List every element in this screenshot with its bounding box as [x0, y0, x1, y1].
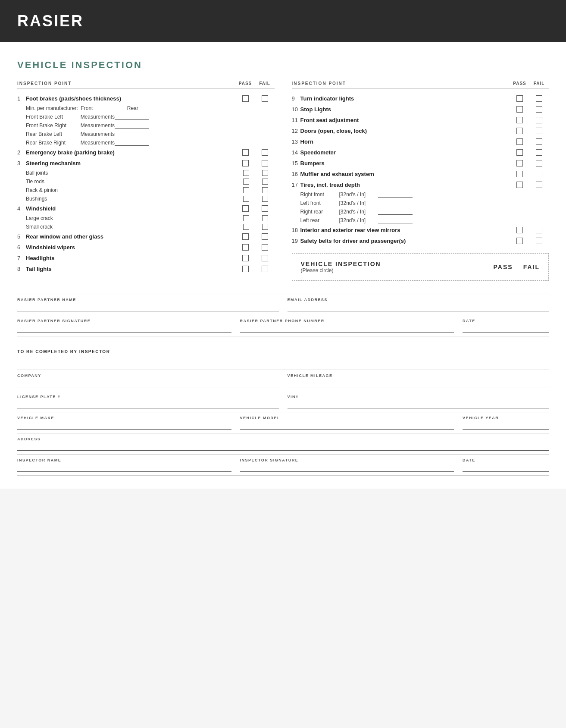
checkbox-14-fail[interactable]	[536, 149, 542, 156]
inspector-sig-line[interactable]	[240, 464, 454, 472]
checkbox-1-fail[interactable]	[262, 95, 268, 102]
email-field: EMAIL ADDRESS	[288, 298, 549, 311]
checkbox-7-pass[interactable]	[242, 255, 249, 261]
address-line[interactable]	[17, 443, 549, 451]
partner-phone-label: RASIER PARTNER PHONE NUMBER	[240, 319, 454, 323]
checkbox-9-fail[interactable]	[536, 95, 542, 102]
checkbox-8-pass[interactable]	[242, 266, 249, 272]
checkbox-19-pass[interactable]	[516, 238, 523, 244]
checkbox-15-pass[interactable]	[516, 160, 523, 166]
inspection-row-19: 19 Safety belts for driver and passenger…	[292, 235, 549, 246]
checkbox-3c-fail[interactable]	[262, 187, 268, 193]
checkbox-18-pass[interactable]	[516, 227, 523, 233]
dashed-box-subtitle: (Please circle)	[301, 267, 381, 273]
mileage-line[interactable]	[288, 380, 549, 387]
partner-phone-line[interactable]	[240, 325, 454, 333]
checkbox-6-fail[interactable]	[262, 244, 268, 251]
inspection-row-8: 8 Tail lights	[17, 264, 275, 274]
sub-rack-pinion: Rack & pinion	[17, 186, 275, 195]
meas-rear-left: Rear Brake Left Measurements	[17, 130, 275, 138]
inspector-sig-field: INSPECTOR SIGNATURE	[240, 458, 454, 472]
company-field: COMPANY	[17, 373, 279, 387]
year-field: VEHICLE YEAR	[463, 416, 549, 430]
partner-name-label: RASIER PARTNER NAME	[17, 298, 279, 302]
right-pass-label: PASS	[510, 81, 529, 86]
checkbox-10-fail[interactable]	[536, 106, 542, 113]
vin-line[interactable]	[288, 401, 549, 408]
checkbox-9-pass[interactable]	[516, 95, 523, 102]
checkbox-18-fail[interactable]	[536, 227, 542, 233]
model-line[interactable]	[240, 422, 454, 430]
checkbox-2-pass[interactable]	[242, 149, 249, 156]
checkbox-4b-pass[interactable]	[243, 224, 249, 230]
checkbox-4a-fail[interactable]	[262, 215, 268, 221]
checkbox-5-fail[interactable]	[262, 233, 268, 240]
checkbox-13-fail[interactable]	[536, 138, 542, 145]
plate-vin-row: LICENSE PLATE # VIN#	[17, 391, 549, 412]
checkbox-3c-pass[interactable]	[243, 187, 249, 193]
checkbox-3b-fail[interactable]	[262, 179, 268, 185]
make-model-year-row: VEHICLE MAKE VEHICLE MODEL VEHICLE YEAR	[17, 412, 549, 433]
make-label: VEHICLE MAKE	[17, 416, 231, 420]
inspection-row-7: 7 Headlights	[17, 253, 275, 264]
checkbox-3b-pass[interactable]	[243, 179, 249, 185]
email-line[interactable]	[288, 304, 549, 311]
checkbox-4a-pass[interactable]	[243, 215, 249, 221]
checkbox-3-fail[interactable]	[262, 160, 268, 166]
sub-small-crack: Small crack	[17, 223, 275, 231]
checkbox-6-pass[interactable]	[242, 244, 249, 251]
checkbox-10-pass[interactable]	[516, 106, 523, 113]
inspection-row-6: 6 Windshield wipers	[17, 242, 275, 253]
form-section: RASIER PARTNER NAME EMAIL ADDRESS RASIER…	[17, 294, 549, 336]
sub-ball-joints: Ball joints	[17, 169, 275, 177]
checkbox-1-pass[interactable]	[242, 95, 249, 102]
checkbox-11-fail[interactable]	[536, 117, 542, 123]
checkbox-3-pass[interactable]	[242, 160, 249, 166]
checkbox-2-fail[interactable]	[262, 149, 268, 156]
checkbox-8-fail[interactable]	[262, 266, 268, 272]
inspection-row-11: 11 Front seat adjustment	[292, 115, 549, 126]
left-col-header: INSPECTION POINT PASS FAIL	[17, 81, 275, 89]
partner-date-label: DATE	[463, 319, 549, 323]
partner-sig-line[interactable]	[17, 325, 231, 333]
result-fail-label: FAIL	[523, 264, 540, 270]
checkbox-14-pass[interactable]	[516, 149, 523, 156]
checkbox-17-fail[interactable]	[536, 182, 542, 188]
partner-name-line[interactable]	[17, 304, 279, 311]
checkbox-19-fail[interactable]	[536, 238, 542, 244]
checkbox-3a-pass[interactable]	[243, 170, 249, 176]
inspector-date-line[interactable]	[463, 464, 549, 472]
checkbox-11-pass[interactable]	[516, 117, 523, 123]
plate-line[interactable]	[17, 401, 279, 408]
checkbox-13-pass[interactable]	[516, 138, 523, 145]
checkbox-4-fail[interactable]	[262, 205, 268, 212]
checkbox-15-fail[interactable]	[536, 160, 542, 166]
inspection-row-17: 17 Tires, incl. tread depth	[292, 179, 549, 190]
partner-name-email-row: RASIER PARTNER NAME EMAIL ADDRESS	[17, 294, 549, 315]
checkbox-16-pass[interactable]	[516, 171, 523, 177]
partner-date-line[interactable]	[463, 325, 549, 333]
partner-date-field: DATE	[463, 319, 549, 333]
year-label: VEHICLE YEAR	[463, 416, 549, 420]
checkbox-4-pass[interactable]	[242, 205, 249, 212]
checkbox-17-pass[interactable]	[516, 182, 523, 188]
checkbox-12-fail[interactable]	[536, 128, 542, 134]
checkbox-12-pass[interactable]	[516, 128, 523, 134]
result-pass-label: PASS	[494, 264, 513, 270]
checkbox-3a-fail[interactable]	[262, 170, 268, 176]
checkbox-5-pass[interactable]	[242, 233, 249, 240]
checkbox-3d-fail[interactable]	[262, 196, 268, 202]
page-title: RASIER	[17, 12, 549, 30]
inspector-name-line[interactable]	[17, 464, 231, 472]
checkbox-7-fail[interactable]	[262, 255, 268, 261]
checkbox-3d-pass[interactable]	[243, 196, 249, 202]
make-line[interactable]	[17, 422, 231, 430]
left-pass-label: PASS	[236, 81, 255, 86]
email-label: EMAIL ADDRESS	[288, 298, 549, 302]
checkbox-16-fail[interactable]	[536, 171, 542, 177]
inspector-name-field: INSPECTOR NAME	[17, 458, 231, 472]
inspection-row-5: 5 Rear window and other glass	[17, 231, 275, 242]
company-line[interactable]	[17, 380, 279, 387]
checkbox-4b-fail[interactable]	[262, 224, 268, 230]
year-line[interactable]	[463, 422, 549, 430]
